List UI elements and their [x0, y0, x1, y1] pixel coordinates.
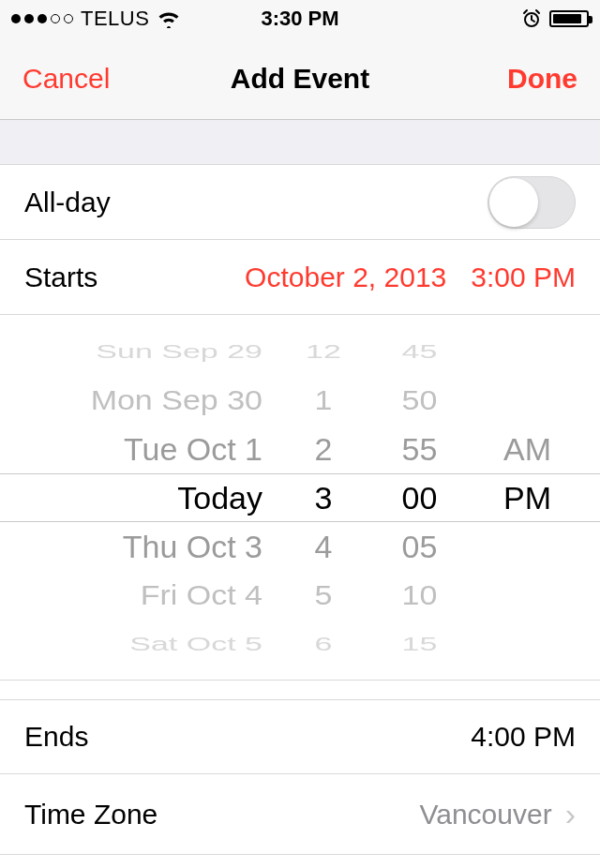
datetime-picker[interactable]: Sat Sep 28 Sun Sep 29 Mon Sep 30 Tue Oct… [0, 315, 600, 681]
cancel-button[interactable]: Cancel [22, 63, 110, 95]
starts-date: October 2, 2013 [245, 262, 446, 293]
picker-date-column[interactable]: Sat Sep 28 Sun Sep 29 Mon Sep 30 Tue Oct… [9, 315, 281, 680]
navbar: Cancel Add Event Done [0, 37, 600, 120]
allday-label: All-day [24, 187, 111, 218]
status-bar: TELUS 3:30 PM [0, 0, 600, 37]
timezone-value: Vancouver [419, 799, 551, 831]
ends-row[interactable]: Ends 4:00 PM [0, 699, 600, 774]
ends-value: 4:00 PM [471, 721, 576, 753]
timezone-row[interactable]: Time Zone Vancouver › [0, 774, 600, 855]
picker-hour-column[interactable]: 11 12 1 2 3 4 5 6 7 [281, 315, 366, 680]
status-time: 3:30 PM [0, 7, 600, 31]
starts-row[interactable]: Starts October 2, 2013 3:00 PM [0, 240, 600, 315]
battery-icon [549, 10, 589, 27]
allday-row: All-day [0, 165, 600, 240]
starts-time: 3:00 PM [471, 262, 576, 293]
picker-minute-column[interactable]: 40 45 50 55 00 05 10 15 20 [366, 315, 473, 680]
allday-toggle[interactable] [488, 176, 576, 229]
chevron-right-icon: › [565, 796, 576, 832]
section-gap [0, 120, 600, 165]
ends-label: Ends [24, 721, 88, 753]
done-button[interactable]: Done [507, 63, 578, 95]
picker-ampm-column[interactable]: . . . AM PM . . . . [473, 315, 581, 680]
timezone-label: Time Zone [24, 799, 158, 831]
starts-label: Starts [24, 262, 98, 293]
